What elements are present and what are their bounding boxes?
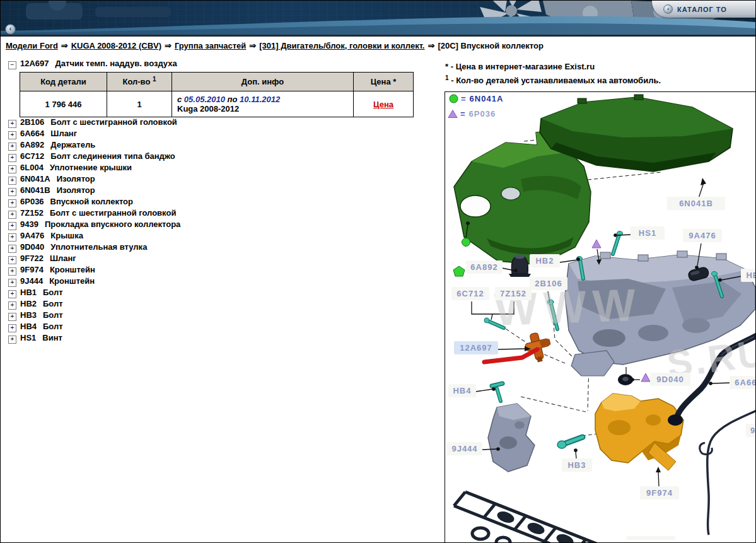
part-name: Изолятор — [57, 174, 95, 184]
expand-icon[interactable]: + — [8, 290, 16, 298]
expand-icon[interactable]: + — [8, 154, 16, 162]
tree-item-9439[interactable]: +9439Прокладка впускного коллектора — [8, 219, 180, 230]
tree-item-9J444[interactable]: +9J444Кронштейн — [8, 276, 180, 287]
part-code: 9F722 — [20, 254, 44, 263]
green-circle-marker — [462, 238, 470, 247]
part-code: HB4 — [20, 322, 37, 331]
part-orange-bracket-9F974 — [595, 394, 683, 470]
part-name: Впускной коллектор — [50, 197, 133, 206]
breadcrumb-separator: ⇒ — [427, 41, 434, 50]
part-name: Уплотнительная втулка — [50, 242, 147, 252]
diagram-label-HB1[interactable]: HB1 — [741, 269, 756, 282]
diagram-label-12A697[interactable]: 12A697 — [454, 341, 498, 354]
breadcrumb-item-4[interactable]: [301] Двигатель/блок, головки и коллект. — [259, 41, 424, 50]
breadcrumb-item-2[interactable]: KUGA 2008-2012 (CBV) — [71, 41, 161, 50]
expand-icon[interactable]: + — [8, 233, 16, 242]
expand-icon[interactable]: + — [8, 143, 16, 151]
breadcrumb-item-1[interactable]: Модели Ford — [6, 41, 58, 50]
expand-icon[interactable]: + — [8, 131, 16, 139]
diagram-label-HB3[interactable]: HB3 — [562, 458, 592, 472]
expand-icon[interactable]: + — [8, 313, 16, 321]
qty-cell: 1 — [107, 91, 172, 117]
table-row: 1 796 446 1 с 05.05.2010 по 10.11.2012 K… — [20, 91, 414, 117]
expand-icon[interactable]: + — [8, 324, 16, 332]
expand-icon[interactable]: + — [8, 279, 16, 287]
col-header-code: Код детали — [20, 73, 107, 91]
tree-item-6N041A[interactable]: +6N041AИзолятор — [8, 173, 180, 185]
tree-item-HB2[interactable]: +HB2Болт — [8, 298, 180, 310]
tree-item-HB1[interactable]: +HB1Болт — [8, 287, 180, 298]
part-code: 9439 — [20, 219, 38, 229]
part-code: 6C712 — [20, 151, 44, 161]
part-sensor-12A697 — [523, 330, 554, 364]
tree-item-6P036[interactable]: +6P036Впускной коллектор — [8, 196, 180, 207]
tree-item-6A892[interactable]: +6A892Держатель — [8, 139, 180, 151]
diagram-label-9D040[interactable]: 9D040 — [650, 373, 690, 386]
part-name: Кронштейн — [49, 276, 95, 286]
tree-item-HB4[interactable]: +HB4Болт — [8, 321, 180, 332]
tree-item-HB3[interactable]: +HB3Болт — [8, 310, 180, 321]
green-pentagon-marker — [453, 266, 465, 276]
diagram-label-HS1[interactable]: HS1 — [631, 226, 665, 240]
expand-icon[interactable]: + — [8, 267, 16, 276]
footnotes: * - Цена в интернет-магазине Exist.ru 1 … — [445, 62, 661, 90]
expand-icon[interactable]: + — [8, 199, 16, 207]
tree-item-HS1[interactable]: +HS1Винт — [8, 332, 180, 344]
diagram-label-7Z152[interactable]: 7Z152 — [495, 287, 532, 300]
diagram-label-edge-partial[interactable] — [626, 536, 675, 540]
catalog-tab[interactable]: › КАТАЛОГ ТО — [652, 1, 755, 18]
diagram-label-9J444[interactable]: 9J444 — [447, 442, 482, 455]
tree-item-6L004[interactable]: +6L004Уплотнение крышки — [8, 162, 180, 173]
expand-icon[interactable]: + — [8, 256, 16, 264]
collapse-icon[interactable]: − — [8, 61, 16, 69]
header-back-button[interactable]: ‹ — [5, 24, 16, 35]
diagram-label-6A892[interactable]: 6A892 — [466, 260, 503, 274]
expand-icon[interactable]: + — [8, 301, 16, 310]
parts-tree: +2B106Болт с шестигранной головкой+6A664… — [8, 117, 180, 344]
expand-icon[interactable]: + — [8, 188, 16, 196]
tree-item-6N041B[interactable]: +6N041BИзолятор — [8, 185, 180, 196]
tree-item-9D040[interactable]: +9D040Уплотнительная втулка — [8, 242, 180, 253]
price-footnote-mark: * — [393, 77, 396, 86]
catalog-tab-arrow-icon[interactable]: › — [663, 4, 673, 14]
part-code: 7Z152 — [20, 208, 44, 218]
date-from: 05.05.2010 — [184, 95, 225, 104]
expand-icon[interactable]: + — [8, 177, 16, 185]
part-code: 6L004 — [20, 163, 44, 172]
breadcrumb-item-3[interactable]: Группа запчастей — [175, 41, 246, 50]
expand-icon[interactable]: + — [8, 245, 16, 253]
tree-item-6A664[interactable]: +6A664Шланг — [8, 128, 180, 139]
expand-icon[interactable]: + — [8, 211, 16, 219]
part-name: Прокладка впускного коллектора — [45, 219, 180, 229]
part-name: Болт — [43, 322, 63, 331]
part-name: Изолятор — [57, 185, 95, 195]
part-flange — [571, 351, 614, 376]
expand-icon[interactable]: + — [8, 120, 16, 128]
tree-item-2B106[interactable]: +2B106Болт с шестигранной головкой — [8, 117, 180, 128]
tree-item-9F722[interactable]: +9F722Шланг — [8, 253, 180, 264]
tree-item-7Z152[interactable]: +7Z152Болт с шестигранной головкой — [8, 207, 180, 219]
part-name: Шланг — [50, 254, 76, 263]
diagram-label-9F722[interactable]: 9F722 — [746, 424, 756, 437]
expand-icon[interactable]: + — [8, 222, 16, 230]
selected-tree-item[interactable]: −12A697Датчик темп. наддув. воздуха — [8, 59, 177, 69]
diagram-label-9F974[interactable]: 9F974 — [640, 486, 679, 499]
tree-item-6C712[interactable]: +6C712Болт слединения типа банджо — [8, 151, 180, 162]
part-code: 9A476 — [20, 231, 44, 240]
diagram-label-HB2[interactable]: HB2 — [530, 254, 560, 267]
part-code: 9F974 — [20, 265, 44, 274]
part-code: 6P036 — [20, 197, 44, 206]
part-code: HB2 — [20, 299, 37, 308]
price-link[interactable]: Цена — [373, 100, 393, 109]
expand-icon[interactable]: + — [8, 336, 16, 344]
tree-item-9A476[interactable]: +9A476Крышка — [8, 230, 180, 242]
price-footnote: * - Цена в интернет-магазине Exist.ru — [445, 62, 661, 71]
diagram-label-HB4[interactable]: HB4 — [448, 384, 476, 397]
diagram-label-6N041B[interactable]: 6N041B — [667, 197, 725, 210]
diagram-label-2B106[interactable]: 2B106 — [530, 277, 567, 290]
expand-icon[interactable]: + — [8, 165, 16, 173]
diagram-label-6A664[interactable]: 6A664 — [730, 376, 756, 389]
diagram-label-6C712[interactable]: 6C712 — [451, 287, 489, 300]
diagram-label-9A476[interactable]: 9A476 — [683, 229, 722, 242]
tree-item-9F974[interactable]: +9F974Кронштейн — [8, 264, 180, 276]
